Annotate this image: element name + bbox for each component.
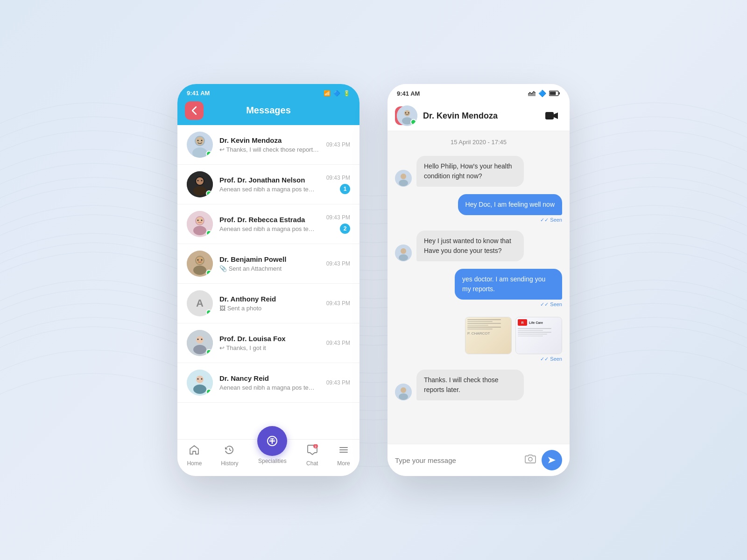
chat-header-info: Dr. Kevin Mendoza [423, 111, 538, 121]
msg-avatar-1 [395, 170, 412, 187]
avatar-2 [187, 171, 213, 197]
svg-rect-47 [545, 112, 554, 119]
svg-point-7 [196, 177, 204, 185]
nav-specialities[interactable]: Specialities [254, 440, 291, 464]
message-item-7[interactable]: Dr. Nancy Reid Aenean sed nibh a magna p… [177, 363, 359, 403]
msg-bubble-6: Thanks. I will check those reports later… [416, 370, 524, 400]
message-preview-7: Aenean sed nibh a magna pos temnc faucib… [219, 384, 320, 391]
phone-chat: 9:41 AM 🔷 Dr. Kevin Mendoza [388, 84, 570, 476]
svg-rect-40 [559, 92, 560, 95]
avatar-1 [187, 132, 213, 158]
svg-point-57 [529, 457, 532, 461]
messages-list[interactable]: Dr. Kevin Mendoza ↩ Thanks, I will check… [177, 125, 359, 439]
status-bar-2: 9:41 AM 🔷 [388, 84, 570, 101]
avatar-3 [187, 211, 213, 237]
back-button-1[interactable] [185, 101, 204, 120]
msg-row-2: Hey Doc, I am feeling well now Seen [395, 194, 562, 223]
msg-avatar-3 [395, 245, 412, 261]
message-item-2[interactable]: Prof. Dr. Jonathan Nelson Aenean sed nib… [177, 165, 359, 204]
nav-chat[interactable]: 2 Chat [303, 444, 322, 467]
message-item-4[interactable]: Dr. Benjamin Powell Sent an Attachment 0… [177, 244, 359, 284]
message-meta-4: 09:43 PM [326, 260, 350, 267]
svg-point-44 [405, 112, 406, 113]
message-content-5: Dr. Anthony Reid Sent a photo [219, 295, 320, 312]
chat-label: Chat [306, 460, 318, 467]
message-content-3: Prof. Dr. Rebecca Estrada Aenean sed nib… [219, 216, 320, 232]
message-meta-7: 09:43 PM [326, 379, 350, 386]
message-time-6: 09:43 PM [326, 340, 350, 346]
bluetooth-icon: 🔷 [333, 90, 340, 97]
message-item-3[interactable]: Prof. Dr. Rebecca Estrada Aenean sed nib… [177, 204, 359, 244]
message-content-7: Dr. Nancy Reid Aenean sed nibh a magna p… [219, 374, 320, 391]
message-content-1: Dr. Kevin Mendoza ↩ Thanks, I will check… [219, 136, 320, 153]
chat-icon: 2 [307, 444, 318, 458]
msg-bubble-4: yes doctor. I am sending you my reports. [455, 269, 562, 300]
svg-point-14 [197, 220, 199, 221]
message-preview-3: Aenean sed nibh a magna pos temnc faucib… [219, 225, 320, 232]
svg-point-19 [196, 257, 204, 264]
message-preview-6: ↩ Thanks, I got it [219, 344, 320, 351]
svg-point-13 [196, 217, 204, 224]
svg-point-1 [192, 147, 207, 158]
svg-point-27 [193, 345, 206, 354]
svg-point-10 [193, 186, 206, 196]
msg-col-4: yes doctor. I am sending you my reports.… [455, 269, 562, 308]
chat-doctor-name: Dr. Kevin Mendoza [423, 111, 538, 121]
history-icon [224, 444, 235, 458]
message-time-5: 09:43 PM [326, 300, 350, 307]
svg-point-45 [408, 112, 409, 113]
msg-bubble-2: Hey Doc, I am feeling well now [458, 194, 562, 215]
home-icon [189, 444, 200, 458]
nav-home[interactable]: Home [183, 444, 205, 467]
history-label: History [221, 460, 238, 467]
message-item-1[interactable]: Dr. Kevin Mendoza ↩ Thanks, I will check… [177, 125, 359, 165]
message-meta-3: 09:43 PM 2 [326, 214, 350, 234]
svg-point-49 [401, 174, 406, 179]
message-content-4: Dr. Benjamin Powell Sent an Attachment [219, 255, 320, 272]
unread-badge-3: 2 [340, 224, 350, 234]
message-meta-5: 09:43 PM [326, 300, 350, 307]
svg-point-25 [197, 339, 199, 340]
contact-name-3: Prof. Dr. Rebecca Estrada [219, 216, 320, 224]
video-call-icon[interactable] [543, 107, 560, 124]
svg-point-20 [197, 259, 199, 261]
svg-point-29 [196, 376, 204, 383]
msg-seen-5: Seen [540, 356, 562, 362]
time-display-2: 9:41 AM [397, 90, 420, 97]
message-time-4: 09:43 PM [326, 260, 350, 267]
msg-bubble-3: Hey I just wanted to know that Have you … [416, 231, 524, 261]
more-label: More [337, 460, 350, 467]
msg-seen-2: Seen [540, 217, 562, 223]
svg-rect-41 [550, 92, 556, 95]
message-item-6[interactable]: Prof. Dr. Louisa Fox ↩ Thanks, I got it … [177, 323, 359, 363]
message-item-5[interactable]: A Dr. Anthony Reid Sent a photo 09:43 PM [177, 284, 359, 323]
status-icons-1: 📶 🔷 🔋 [324, 90, 350, 97]
nav-more[interactable]: More [333, 444, 353, 467]
svg-point-8 [197, 180, 199, 182]
home-label: Home [187, 460, 202, 467]
send-button[interactable] [542, 450, 562, 470]
phone-messages: 9:41 AM 📶 🔷 🔋 Messages [177, 84, 359, 476]
svg-point-52 [401, 248, 406, 254]
message-input[interactable] [395, 456, 519, 464]
msg-row-3: Hey I just wanted to know that Have you … [395, 231, 562, 261]
nav-history[interactable]: History [217, 444, 242, 467]
message-content-6: Prof. Dr. Louisa Fox ↩ Thanks, I got it [219, 335, 320, 351]
messages-header: Messages [177, 100, 359, 125]
input-bar [388, 444, 570, 476]
message-preview-5: Sent a photo [219, 305, 320, 312]
svg-point-22 [193, 266, 206, 275]
specialities-btn[interactable] [257, 426, 287, 456]
msg-col-1: Hello Philip, How's your health conditio… [416, 156, 524, 187]
more-icon [338, 444, 349, 458]
message-time-7: 09:43 PM [326, 379, 350, 386]
svg-point-3 [197, 140, 199, 141]
svg-point-56 [399, 393, 408, 400]
camera-icon[interactable] [525, 454, 536, 466]
svg-point-2 [196, 137, 204, 145]
message-preview-2: Aenean sed nibh a magna pos temnc faucib… [219, 186, 320, 193]
message-preview-4: Sent an Attachment [219, 265, 320, 272]
msg-col-5: P. CHARCOT R Life Care [465, 315, 562, 362]
svg-point-43 [404, 110, 410, 116]
svg-point-16 [193, 226, 206, 235]
